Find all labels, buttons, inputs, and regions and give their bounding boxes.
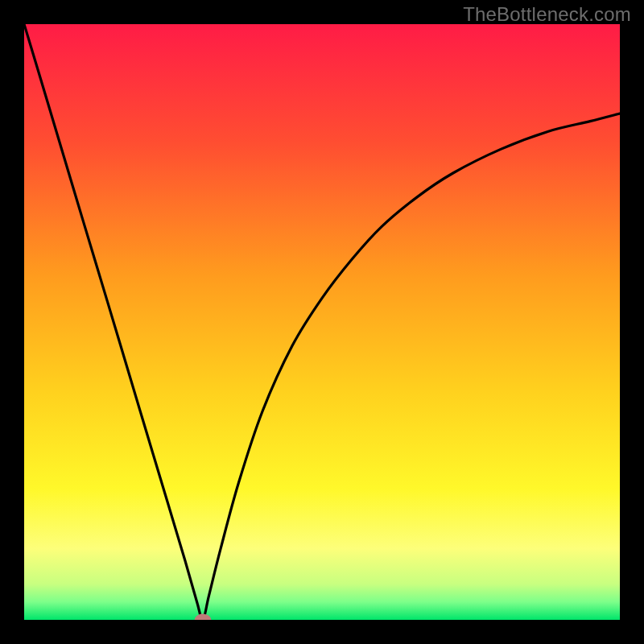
chart-svg (24, 24, 620, 620)
watermark-text: TheBottleneck.com (463, 3, 631, 26)
chart-frame: TheBottleneck.com (0, 0, 644, 644)
plot-area (24, 24, 620, 620)
